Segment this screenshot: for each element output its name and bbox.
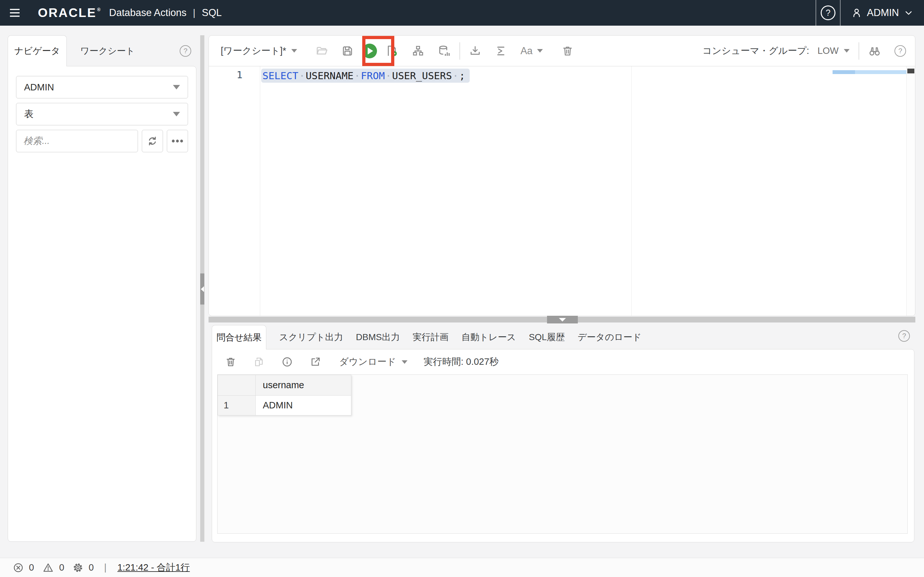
topbar-help-button[interactable]: ? <box>816 0 840 26</box>
errors-status[interactable]: 0 <box>13 562 34 573</box>
worksheet-card: [ワークシート]* <box>208 35 915 316</box>
play-icon <box>368 47 373 55</box>
search-placeholder: 検索... <box>23 135 50 147</box>
editor-scroll-indicator <box>833 70 906 74</box>
run-statement-wrap <box>354 44 386 58</box>
print-margin-guide <box>632 66 632 316</box>
tab-dbms-output[interactable]: DBMS出力 <box>356 325 400 350</box>
sql-identifier: USERNAME <box>306 70 354 81</box>
code-selection: SELECT · USERNAME · FROM · USER_USERS · … <box>261 69 470 83</box>
results-toolbar: ダウンロード 実行時間: 0.027秒 <box>212 350 914 374</box>
status-bar: 0 0 0 | 1:21:42 - 合計1行 <box>0 558 924 577</box>
save-button[interactable] <box>341 45 354 57</box>
warning-triangle-icon <box>42 562 54 573</box>
folder-open-icon <box>316 45 328 57</box>
tab-data-load[interactable]: データのロード <box>577 325 641 350</box>
user-menu[interactable]: ADMIN <box>841 0 924 26</box>
copy-results-button[interactable] <box>253 356 265 367</box>
horizontal-splitter-handle[interactable] <box>547 316 578 324</box>
tab-explain-plan[interactable]: 実行計画 <box>413 325 449 350</box>
download-dropdown[interactable]: ダウンロード <box>339 356 407 368</box>
external-link-icon <box>310 356 321 367</box>
tab-query-result[interactable]: 問合せ結果 <box>212 325 266 350</box>
scrollbar-thumb[interactable] <box>907 69 914 73</box>
vertical-splitter-handle[interactable] <box>200 274 204 305</box>
user-name: ADMIN <box>867 7 899 19</box>
result-header-row: username <box>218 375 351 396</box>
download-label: ダウンロード <box>339 356 396 368</box>
info-status[interactable]: 0 <box>73 562 94 573</box>
open-in-new-button[interactable] <box>310 356 321 367</box>
format-button[interactable] <box>495 45 507 57</box>
sql-editor[interactable]: 1 SELECT · USERNAME · FROM · USER_USERS … <box>209 66 915 316</box>
tab-sql-history[interactable]: SQL履歴 <box>529 325 565 350</box>
sql-keyword: SELECT <box>262 70 298 81</box>
product-title: Database Actions <box>109 7 186 19</box>
results-help-icon[interactable]: ? <box>898 330 910 342</box>
clear-results-button[interactable] <box>225 356 236 367</box>
result-table: username 1 ADMIN <box>218 375 351 416</box>
result-grid-container: username 1 ADMIN <box>217 374 908 534</box>
tab-script-output[interactable]: スクリプト出力 <box>279 325 343 350</box>
search-input[interactable]: 検索... <box>16 130 138 152</box>
more-actions-button[interactable] <box>167 130 188 152</box>
menu-hamburger-icon[interactable] <box>8 6 22 20</box>
execution-time: 実行時間: 0.027秒 <box>423 356 499 368</box>
editor-vertical-scrollbar[interactable] <box>906 66 915 316</box>
explain-plan-button[interactable] <box>412 45 424 57</box>
consumer-group-dropdown[interactable]: LOW <box>817 45 850 56</box>
object-type-select[interactable]: 表 <box>16 103 188 125</box>
topbar-right: ? ADMIN <box>816 0 924 26</box>
schema-select-value: ADMIN <box>24 82 54 93</box>
consumer-group-value: LOW <box>817 45 838 56</box>
refresh-button[interactable] <box>142 130 163 152</box>
run-script-button[interactable] <box>386 45 399 57</box>
toolbar-divider <box>459 42 460 60</box>
warnings-status[interactable]: 0 <box>42 562 64 573</box>
download-editor-button[interactable] <box>469 45 481 57</box>
refresh-icon <box>146 135 158 147</box>
sidebar-tab-navigator-label: ナビゲータ <box>15 45 60 57</box>
app-name: SQL <box>202 7 222 19</box>
trash-icon <box>225 356 236 367</box>
download-icon <box>469 45 481 57</box>
top-bar: ORACLE® Database Actions | SQL ? ADMIN <box>0 0 924 26</box>
help-icon: ? <box>821 5 835 20</box>
info-count: 0 <box>89 562 94 573</box>
tab-label: 自動トレース <box>461 331 516 343</box>
clear-worksheet-button[interactable] <box>561 45 573 57</box>
find-button[interactable] <box>868 45 881 57</box>
whitespace-dot: · <box>354 70 361 81</box>
sidebar-help-icon[interactable]: ? <box>180 45 191 57</box>
autotrace-button[interactable] <box>438 45 451 57</box>
result-info-button[interactable] <box>281 356 293 367</box>
code-line[interactable]: SELECT · USERNAME · FROM · USER_USERS · … <box>261 68 470 83</box>
whitespace-dot: · <box>384 70 392 81</box>
column-header-username[interactable]: username <box>256 375 351 396</box>
schema-select[interactable]: ADMIN <box>16 76 188 98</box>
tab-label: SQL履歴 <box>529 331 565 343</box>
tab-label: データのロード <box>577 331 641 343</box>
tab-label: 実行計画 <box>413 331 449 343</box>
status-summary-link[interactable]: 1:21:42 - 合計1行 <box>118 561 190 574</box>
autotrace-icon <box>438 45 451 57</box>
worksheet-title: [ワークシート]* <box>221 45 286 57</box>
chevron-down-icon <box>904 8 913 17</box>
font-size-label: Aa <box>520 45 533 57</box>
trash-icon <box>561 45 573 57</box>
worksheet-title-dropdown[interactable]: [ワークシート]* <box>221 45 297 57</box>
sidebar-tab-navigator[interactable]: ナビゲータ <box>8 35 67 66</box>
user-icon <box>851 7 863 19</box>
sidebar-tab-worksheet[interactable]: ワークシート <box>67 35 149 66</box>
worksheet-toolbar: [ワークシート]* <box>209 35 915 66</box>
query-result-panel: ダウンロード 実行時間: 0.027秒 username 1 ADMIN <box>212 349 914 542</box>
chevron-down-icon <box>537 49 543 53</box>
font-size-dropdown[interactable]: Aa <box>520 45 543 57</box>
worksheet-help-icon[interactable]: ? <box>895 45 906 57</box>
oracle-logo: ORACLE® <box>38 6 102 20</box>
tab-autotrace[interactable]: 自動トレース <box>461 325 516 350</box>
open-file-button[interactable] <box>316 45 328 57</box>
chevron-down-icon <box>844 49 850 53</box>
data-cell[interactable]: ADMIN <box>256 396 351 416</box>
run-statement-button[interactable] <box>362 44 377 58</box>
